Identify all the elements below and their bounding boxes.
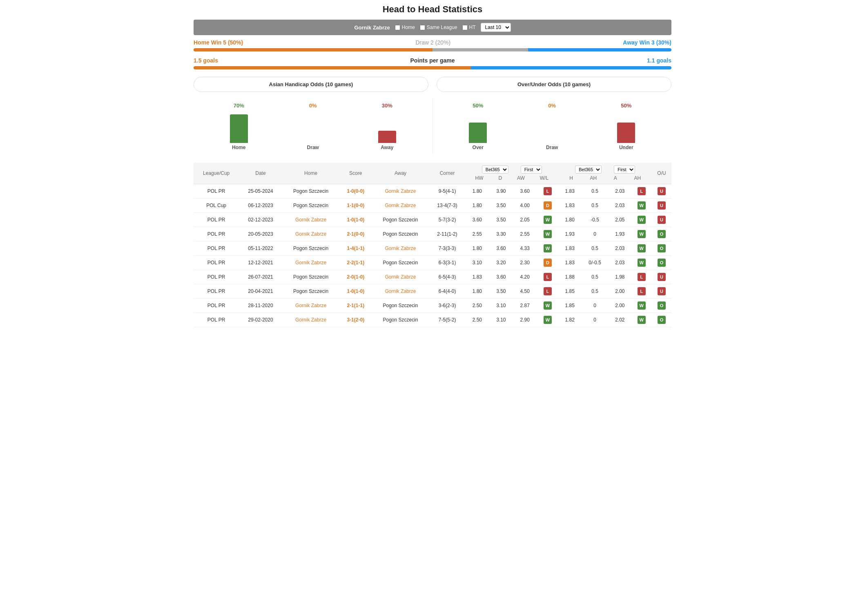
a-cell: 1.98: [609, 270, 631, 284]
d-cell: 3.50: [489, 199, 513, 213]
d-cell: 3.10: [489, 299, 513, 313]
first-select-2[interactable]: First: [614, 165, 635, 174]
chart-item: 0%Draw: [543, 103, 561, 150]
score-cell: 2-1(1-1): [340, 299, 372, 313]
th-ah2: AH: [634, 175, 641, 181]
ou-cell: O: [652, 313, 671, 327]
bet365-select-1[interactable]: Bet365: [482, 165, 508, 174]
bet365-select-2[interactable]: Bet365: [575, 165, 602, 174]
hw-cell: 1.83: [465, 270, 489, 284]
chart-bar-wrap: [230, 110, 248, 143]
date-cell: 20-04-2021: [239, 284, 282, 299]
hw-cell: 2.50: [465, 313, 489, 327]
team-link[interactable]: Gornik Zabrze: [385, 246, 416, 251]
d-cell: 3.50: [489, 213, 513, 227]
matches-table: League/Cup Date Home Score Away Corner B…: [194, 163, 671, 327]
home-team-cell[interactable]: Gornik Zabrze: [282, 299, 340, 313]
ah-cell: 0.5: [581, 270, 609, 284]
away-team-cell[interactable]: Gornik Zabrze: [372, 241, 429, 256]
corner-cell: 9-5(4-1): [429, 184, 465, 199]
score-cell: 1-1(0-0): [340, 199, 372, 213]
ah-cell: 0/-0.5: [581, 256, 609, 270]
away-goals: 1.1 goals: [647, 57, 671, 64]
home-team-cell[interactable]: Gornik Zabrze: [282, 213, 340, 227]
same-league-filter[interactable]: Same League: [420, 25, 457, 30]
ou-badge: U: [658, 187, 666, 195]
league-cell: POL PR: [194, 227, 239, 241]
th-score: Score: [340, 163, 372, 184]
chart-bar-wrap: [543, 110, 561, 143]
away-team-cell[interactable]: Gornik Zabrze: [372, 284, 429, 299]
team-link[interactable]: Gornik Zabrze: [295, 231, 326, 237]
home-team-cell[interactable]: Gornik Zabrze: [282, 313, 340, 327]
ht-checkbox[interactable]: [462, 25, 468, 30]
table-row: POL PR20-04-2021Pogon Szczecin1-0(1-0)Go…: [194, 284, 671, 299]
aw-cell: 4.50: [513, 284, 537, 299]
date-cell: 06-12-2023: [239, 199, 282, 213]
ah2-cell: L: [631, 284, 652, 299]
d-cell: 3.20: [489, 256, 513, 270]
home-filter[interactable]: Home: [395, 25, 415, 30]
away-team-cell[interactable]: Gornik Zabrze: [372, 184, 429, 199]
table-row: POL PR20-05-2023Gornik Zabrze2-1(0-0)Pog…: [194, 227, 671, 241]
chart-pct-label: 0%: [309, 103, 317, 109]
home-progress: [194, 48, 432, 51]
ou-badge: O: [658, 230, 666, 238]
d-cell: 3.30: [489, 227, 513, 241]
ah2-badge: L: [638, 187, 646, 195]
ah2-cell: L: [631, 184, 652, 199]
score-cell: 1-0(1-0): [340, 284, 372, 299]
points-per-game: Points per game: [410, 57, 455, 64]
away-team-cell: Pogon Szczecin: [372, 213, 429, 227]
team-link[interactable]: Gornik Zabrze: [385, 288, 416, 294]
date-cell: 25-05-2024: [239, 184, 282, 199]
team-link[interactable]: Gornik Zabrze: [385, 203, 416, 208]
last-select[interactable]: Last 10: [481, 23, 511, 32]
th-league: League/Cup: [194, 163, 239, 184]
wl-cell: W: [537, 313, 559, 327]
th-ah: AH: [590, 175, 597, 181]
home-checkbox[interactable]: [395, 25, 400, 30]
aw-cell: 2.30: [513, 256, 537, 270]
home-team-cell[interactable]: Gornik Zabrze: [282, 227, 340, 241]
charts-section: 70%Home0%Draw30%Away 50%Over0%Draw50%Und…: [194, 98, 671, 154]
ah-cell: -0.5: [581, 213, 609, 227]
ah2-cell: W: [631, 199, 652, 213]
wl-cell: W: [537, 213, 559, 227]
team-link[interactable]: Gornik Zabrze: [385, 274, 416, 280]
wl-badge: D: [544, 259, 552, 267]
same-league-checkbox[interactable]: [420, 25, 425, 30]
ah2-cell: W: [631, 299, 652, 313]
ht-filter[interactable]: HT: [462, 25, 476, 30]
team-link[interactable]: Gornik Zabrze: [295, 217, 326, 223]
team-link[interactable]: Gornik Zabrze: [295, 317, 326, 323]
team-link[interactable]: Gornik Zabrze: [295, 303, 326, 308]
ah2-badge: W: [638, 230, 646, 238]
first-select-1[interactable]: First: [521, 165, 542, 174]
home-team-cell: Pogon Szczecin: [282, 270, 340, 284]
chart-item: 30%Away: [378, 103, 396, 150]
a-cell: 2.03: [609, 199, 631, 213]
wl-badge: W: [544, 216, 552, 224]
ou-badge: O: [658, 316, 666, 324]
score-cell: 2-2(1-1): [340, 256, 372, 270]
away-team-cell[interactable]: Gornik Zabrze: [372, 199, 429, 213]
win-progress-bar: [194, 48, 671, 51]
team-link[interactable]: Gornik Zabrze: [385, 188, 416, 194]
league-cell: POL PR: [194, 313, 239, 327]
hw-cell: 3.10: [465, 256, 489, 270]
home-team-cell: Pogon Szczecin: [282, 184, 340, 199]
ou-badge: O: [658, 259, 666, 267]
team-link[interactable]: Gornik Zabrze: [295, 260, 326, 266]
d-cell: 3.50: [489, 284, 513, 299]
home-team-cell: Pogon Szczecin: [282, 241, 340, 256]
ah-chart: 70%Home0%Draw30%Away: [194, 98, 432, 154]
ah2-badge: W: [638, 316, 646, 324]
home-team-cell: Pogon Szczecin: [282, 199, 340, 213]
chart-pct-label: 0%: [548, 103, 556, 109]
away-team-cell[interactable]: Gornik Zabrze: [372, 270, 429, 284]
home-team-cell[interactable]: Gornik Zabrze: [282, 256, 340, 270]
th-corner: Corner: [429, 163, 465, 184]
d-cell: 3.90: [489, 184, 513, 199]
league-cell: POL Cup: [194, 199, 239, 213]
